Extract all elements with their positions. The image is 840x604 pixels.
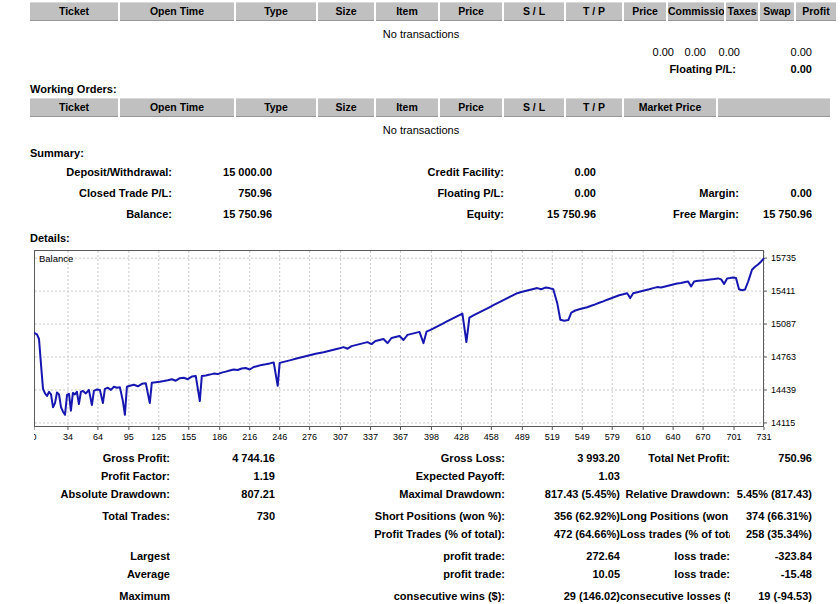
chart-tick-label: 14763: [771, 352, 796, 362]
chart-tick-label: 186: [212, 432, 227, 442]
stat-value: 730: [170, 507, 275, 525]
chart-tick-label: 216: [242, 432, 257, 442]
chart-tick-label: 367: [393, 432, 408, 442]
stat-value: 1.03: [505, 467, 620, 485]
stat-value: 15 750.96: [739, 204, 812, 225]
stat-label: Closed Trade P/L:: [30, 183, 172, 204]
column-header-size: Size: [318, 98, 374, 117]
stat-value: [170, 547, 275, 565]
stat-label: Free Margin:: [596, 204, 739, 225]
stat-label: Profit Factor:: [30, 467, 170, 485]
stat-value: 1.19: [170, 467, 275, 485]
stat-row: Maximumconsecutive wins ($):29 (146.02)c…: [30, 587, 812, 604]
stat-row: Absolute Drawdown:807.21Maximal Drawdown…: [30, 485, 812, 503]
transactions-empty-text: No transactions: [30, 28, 812, 41]
chart-tick-label: 15087: [771, 319, 796, 329]
column-header-ticket: Ticket: [30, 98, 118, 117]
stat-label: Balance:: [30, 204, 172, 225]
transactions-table-header: TicketOpen TimeTypeSizeItemPriceS / LT /…: [30, 2, 812, 21]
stat-label: Relative Drawdown:: [620, 485, 730, 503]
column-header-blank: [718, 98, 830, 117]
total-commission: 0.00: [618, 45, 674, 59]
stat-label: loss trade:: [620, 547, 730, 565]
stat-value: 750.96: [172, 183, 272, 204]
column-header-open-time: Open Time: [120, 2, 234, 21]
stat-label: Average: [30, 565, 170, 583]
stat-value: [730, 467, 812, 485]
stat-value: -323.84: [730, 547, 812, 565]
stat-value: 10.05: [505, 565, 620, 583]
balance-chart-svg: 0346495125155186216246276307337367398428…: [34, 250, 812, 446]
chart-tick-label: 519: [545, 432, 560, 442]
chart-tick-label: 731: [756, 432, 771, 442]
working-orders-table-header: TicketOpen TimeTypeSizeItemPriceS / LT /…: [30, 98, 812, 117]
chart-tick-label: 14115: [771, 418, 795, 428]
chart-tick-label: 125: [151, 432, 166, 442]
working-orders-title: Working Orders:: [30, 83, 812, 96]
stat-label: consecutive wins ($):: [275, 587, 505, 604]
stat-row: Largestprofit trade:272.64loss trade:-32…: [30, 547, 812, 565]
stat-value: 374 (66.31%): [730, 507, 812, 525]
stat-label: profit trade:: [275, 565, 505, 583]
stat-row: Gross Profit:4 744.16Gross Loss:3 993.20…: [30, 449, 812, 467]
column-header-open-time: Open Time: [120, 98, 234, 117]
chart-tick-label: 640: [666, 432, 681, 442]
stat-label: Maximum: [30, 587, 170, 604]
stat-value: -15.48: [730, 565, 812, 583]
chart-tick-label: 34: [63, 432, 73, 442]
stat-label: Floating P/L:: [272, 183, 504, 204]
floating-pl-row: Floating P/L: 0.00: [30, 62, 812, 76]
chart-tick-label: 549: [575, 432, 590, 442]
column-header-price: Price: [440, 98, 502, 117]
column-header-tp: T / P: [566, 2, 622, 21]
chart-tick-label: 428: [454, 432, 469, 442]
chart-tick-label: 15411: [771, 286, 795, 296]
chart-legend-balance-label: Balance: [39, 253, 73, 264]
column-header-profit: Profit: [796, 2, 836, 21]
stat-value: [739, 162, 812, 183]
chart-tick-label: 14439: [771, 385, 796, 395]
floating-pl-label: Floating P/L:: [640, 62, 736, 76]
stat-value: [170, 525, 275, 543]
stat-row: Deposit/Withdrawal:15 000.00Credit Facil…: [30, 162, 812, 183]
stat-label: Gross Profit:: [30, 449, 170, 467]
column-header-taxes: Taxes: [726, 2, 758, 21]
transactions-totals-row: 0.00 0.00 0.00 0.00: [30, 45, 812, 59]
stat-value: 0.00: [739, 183, 812, 204]
stat-value: 5.45% (817.43): [730, 485, 812, 503]
chart-tick-label: 95: [124, 432, 134, 442]
chart-tick-label: 398: [424, 432, 439, 442]
stat-label: [620, 467, 730, 485]
stat-label: Total Trades:: [30, 507, 170, 525]
chart-tick-label: 701: [727, 432, 742, 442]
stat-row: Closed Trade P/L:750.96Floating P/L:0.00…: [30, 183, 812, 204]
total-swap: 0.00: [706, 45, 740, 59]
stat-value: 750.96: [730, 449, 812, 467]
stat-value: 272.64: [505, 547, 620, 565]
chart-tick-label: 458: [484, 432, 499, 442]
total-taxes: 0.00: [674, 45, 706, 59]
stat-label: Credit Facility:: [272, 162, 504, 183]
stat-value: 15 750.96: [504, 204, 596, 225]
chart-tick-label: 670: [696, 432, 711, 442]
stat-label: Short Positions (won %):: [275, 507, 505, 525]
balance-chart: 0346495125155186216246276307337367398428…: [34, 250, 812, 446]
column-header-swap: Swap: [760, 2, 794, 21]
stat-row: Averageprofit trade:10.05loss trade:-15.…: [30, 565, 812, 583]
chart-tick-label: 307: [333, 432, 348, 442]
column-header-commission: Commission: [668, 2, 724, 21]
stat-label: loss trade:: [620, 565, 730, 583]
stat-value: [170, 587, 275, 604]
stat-value: 356 (62.92%): [505, 507, 620, 525]
floating-pl-value: 0.00: [736, 62, 812, 76]
chart-tick-label: 15735: [771, 253, 796, 263]
stat-label: Equity:: [272, 204, 504, 225]
column-header-item: Item: [376, 2, 438, 21]
chart-tick-label: 276: [302, 432, 317, 442]
column-header-tp: T / P: [566, 98, 622, 117]
column-header-sl: S / L: [504, 98, 564, 117]
details-title: Details:: [30, 232, 812, 245]
stat-label: Loss trades (% of total):: [620, 525, 730, 543]
column-header-sl: S / L: [504, 2, 564, 21]
column-header-size: Size: [318, 2, 374, 21]
